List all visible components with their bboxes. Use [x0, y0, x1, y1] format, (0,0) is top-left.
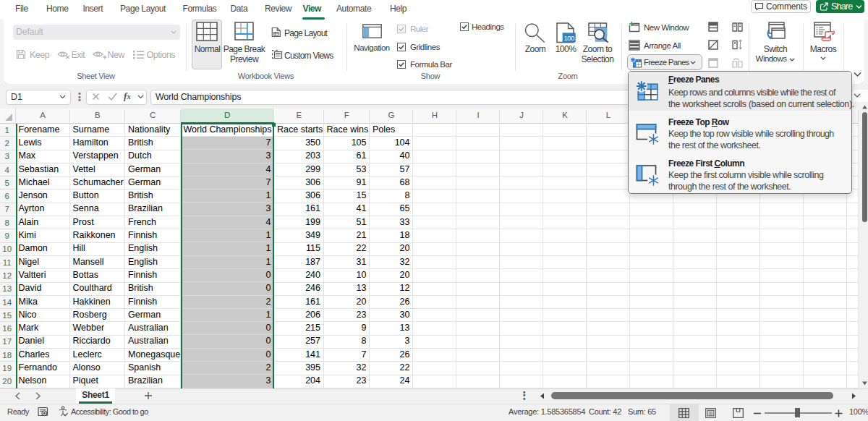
svg-text:100: 100 [564, 34, 575, 42]
